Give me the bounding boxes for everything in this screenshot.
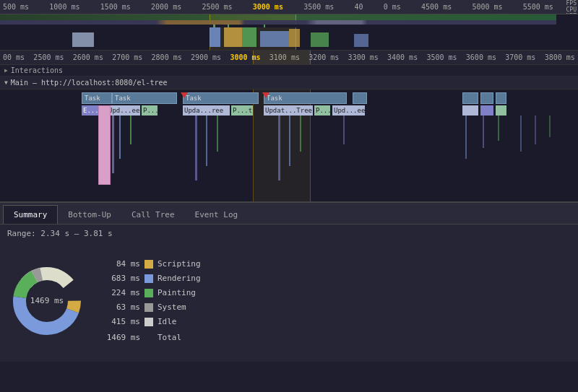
tl-label: 3400 ms	[387, 53, 418, 61]
donut-center-label: 1469 ms	[30, 295, 64, 305]
second-timeline: 00 ms 2500 ms 2600 ms 2700 ms 2800 ms 29…	[0, 51, 578, 65]
main-thread-label: Main — http://localhost:8080/el-tree	[11, 79, 168, 87]
legend-item-painting: 224 ms Painting	[104, 288, 201, 297]
sub-bar: Updat...Tree	[264, 105, 313, 116]
top-timeline: 500 ms 1000 ms 1500 ms 2000 ms 2500 ms 3…	[0, 0, 578, 14]
legend-ms-idle: 415 ms	[104, 317, 140, 326]
legend-item-scripting: 84 ms Scripting	[104, 259, 201, 269]
legend-label-rendering: Rendering	[158, 274, 201, 283]
tl-label: 3200 ms	[309, 53, 339, 61]
legend-total-spacer	[144, 334, 153, 342]
cpu-label: CPU	[566, 7, 577, 13]
timeline-label: 500 ms	[3, 3, 29, 11]
sub-bar: P...	[314, 105, 330, 116]
sub-bar: Upd...ee	[332, 105, 365, 116]
sub-bar: Upd...ee	[107, 105, 140, 116]
bottom-panel: Summary Bottom-Up Call Tree Event Log Ra…	[0, 201, 578, 362]
legend: 84 ms Scripting 683 ms Rendering 224 ms …	[104, 259, 201, 342]
tl-label: 2800 ms	[152, 53, 182, 61]
interactions-row: ▶ Interactions	[0, 65, 578, 77]
triangle-icon: ▶	[4, 67, 8, 74]
tl-label: 3300 ms	[348, 53, 379, 61]
legend-ms-system: 63 ms	[104, 302, 140, 312]
legend-total-ms: 1469 ms	[104, 333, 140, 342]
tl-label: 00 ms	[3, 53, 25, 61]
legend-item-rendering: 683 ms Rendering	[104, 274, 201, 283]
tl-label: 3700 ms	[505, 53, 535, 61]
timeline-label: 4500 ms	[421, 3, 452, 11]
range-label: Range: 2.34 s – 3.81 s	[7, 229, 571, 238]
legend-item-system: 63 ms System	[104, 302, 201, 312]
legend-label-system: System	[158, 302, 186, 312]
timeline-label: 0 ms	[384, 3, 401, 11]
task-bar: Task	[264, 92, 347, 104]
expand-icon[interactable]: ▼	[4, 79, 8, 86]
task-bar: Task	[82, 92, 112, 104]
tab-summary[interactable]: Summary	[3, 205, 58, 224]
tabs-row: Summary Bottom-Up Call Tree Event Log	[0, 203, 578, 225]
legend-color-rendering	[144, 274, 153, 283]
tab-bottom-up[interactable]: Bottom-Up	[58, 205, 121, 224]
timeline-label: 3500 ms	[303, 3, 334, 11]
tl-label: 3600 ms	[466, 53, 496, 61]
task-bar	[353, 92, 367, 104]
main-thread-header: ▼ Main — http://localhost:8080/el-tree	[0, 77, 578, 90]
legend-ms-painting: 224 ms	[104, 288, 140, 297]
legend-label-painting: Painting	[158, 288, 196, 297]
task-bar: Task	[112, 92, 177, 104]
timeline-label: 2500 ms	[202, 3, 232, 11]
legend-ms-rendering: 683 ms	[104, 274, 140, 283]
tab-event-log[interactable]: Event Log	[185, 205, 249, 224]
summary-body: 1469 ms 84 ms Scripting 683 ms Rendering…	[7, 244, 571, 357]
timeline-label: 5000 ms	[472, 3, 502, 11]
tl-label: 2500 ms	[33, 53, 64, 61]
legend-total-label: Total	[158, 333, 181, 342]
flame-chart-main[interactable]: Task Task Task Task E...k Upd...ee P... …	[0, 90, 578, 201]
legend-total-row: 1469 ms Total	[104, 333, 201, 342]
sub-bar: Upda...ree	[183, 105, 230, 116]
timeline-label: 1000 ms	[49, 3, 79, 11]
donut-chart: 1469 ms	[7, 261, 87, 341]
sub-bar: P...	[142, 105, 158, 116]
interactions-label: Interactions	[11, 66, 63, 74]
timeline-label: 40	[354, 3, 363, 11]
legend-ms-scripting: 84 ms	[104, 259, 140, 269]
legend-color-idle	[144, 318, 153, 326]
tl-label: 2700 ms	[112, 53, 142, 61]
fps-label: FPS	[566, 1, 577, 6]
timeline-label: 5500 ms	[523, 3, 553, 11]
tab-call-tree[interactable]: Call Tree	[121, 205, 185, 224]
tl-label: 2900 ms	[191, 53, 221, 61]
timeline-label-highlight: 3000 ms	[253, 3, 283, 11]
summary-content: Range: 2.34 s – 3.81 s 1469 ms	[0, 225, 578, 362]
sub-bar: P...t	[231, 105, 253, 116]
overview-flame[interactable]	[0, 14, 578, 51]
legend-color-painting	[144, 289, 153, 297]
tl-label: 3800 ms	[545, 53, 575, 61]
legend-label-idle: Idle	[158, 317, 177, 326]
timeline-label: 1500 ms	[100, 3, 131, 11]
pink-tall-bar	[98, 105, 111, 185]
tl-label: 3500 ms	[426, 53, 457, 61]
legend-color-system	[144, 303, 153, 312]
tl-label: 2600 ms	[73, 53, 103, 61]
legend-color-scripting	[144, 260, 153, 269]
timeline-label: 2000 ms	[151, 3, 181, 11]
legend-item-idle: 415 ms Idle	[104, 317, 201, 326]
legend-label-scripting: Scripting	[158, 259, 201, 269]
task-bar: Task	[183, 92, 259, 104]
